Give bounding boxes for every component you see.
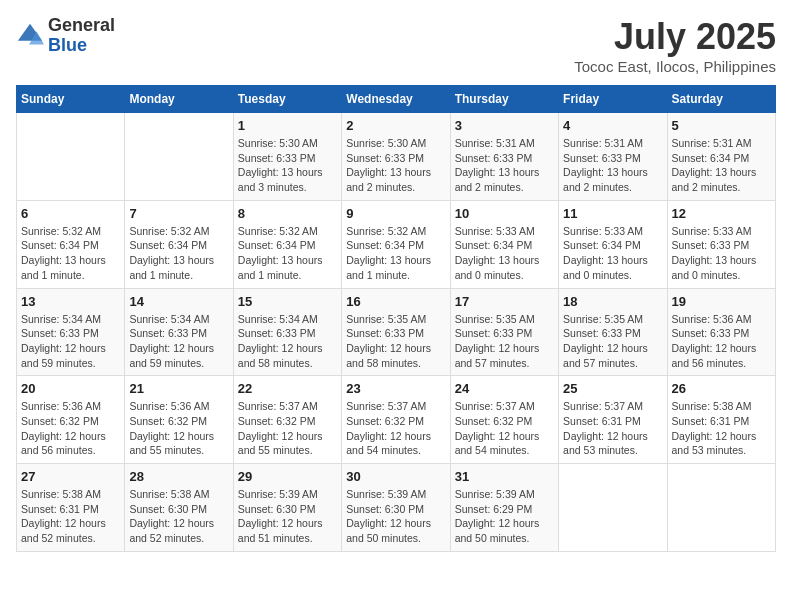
day-info: Sunrise: 5:39 AMSunset: 6:30 PMDaylight:… xyxy=(238,487,337,546)
logo: General Blue xyxy=(16,16,115,56)
day-info: Sunrise: 5:30 AMSunset: 6:33 PMDaylight:… xyxy=(346,136,445,195)
day-number: 4 xyxy=(563,118,662,133)
title-block: July 2025 Tococ East, Ilocos, Philippine… xyxy=(574,16,776,75)
header-cell-wednesday: Wednesday xyxy=(342,86,450,113)
day-info: Sunrise: 5:34 AMSunset: 6:33 PMDaylight:… xyxy=(21,312,120,371)
calendar-cell xyxy=(667,464,775,552)
day-number: 11 xyxy=(563,206,662,221)
day-number: 21 xyxy=(129,381,228,396)
subtitle: Tococ East, Ilocos, Philippines xyxy=(574,58,776,75)
calendar-header: SundayMondayTuesdayWednesdayThursdayFrid… xyxy=(17,86,776,113)
logo-general: General xyxy=(48,16,115,36)
day-info: Sunrise: 5:37 AMSunset: 6:31 PMDaylight:… xyxy=(563,399,662,458)
calendar-cell: 19Sunrise: 5:36 AMSunset: 6:33 PMDayligh… xyxy=(667,288,775,376)
day-number: 30 xyxy=(346,469,445,484)
day-number: 27 xyxy=(21,469,120,484)
calendar-cell: 12Sunrise: 5:33 AMSunset: 6:33 PMDayligh… xyxy=(667,200,775,288)
calendar-cell: 13Sunrise: 5:34 AMSunset: 6:33 PMDayligh… xyxy=(17,288,125,376)
calendar-cell: 30Sunrise: 5:39 AMSunset: 6:30 PMDayligh… xyxy=(342,464,450,552)
week-row-2: 6Sunrise: 5:32 AMSunset: 6:34 PMDaylight… xyxy=(17,200,776,288)
week-row-3: 13Sunrise: 5:34 AMSunset: 6:33 PMDayligh… xyxy=(17,288,776,376)
calendar-cell: 6Sunrise: 5:32 AMSunset: 6:34 PMDaylight… xyxy=(17,200,125,288)
day-info: Sunrise: 5:35 AMSunset: 6:33 PMDaylight:… xyxy=(346,312,445,371)
calendar-cell: 23Sunrise: 5:37 AMSunset: 6:32 PMDayligh… xyxy=(342,376,450,464)
day-info: Sunrise: 5:33 AMSunset: 6:33 PMDaylight:… xyxy=(672,224,771,283)
header-row: SundayMondayTuesdayWednesdayThursdayFrid… xyxy=(17,86,776,113)
day-info: Sunrise: 5:38 AMSunset: 6:31 PMDaylight:… xyxy=(21,487,120,546)
calendar-cell: 29Sunrise: 5:39 AMSunset: 6:30 PMDayligh… xyxy=(233,464,341,552)
calendar-cell xyxy=(125,113,233,201)
day-number: 18 xyxy=(563,294,662,309)
day-info: Sunrise: 5:36 AMSunset: 6:33 PMDaylight:… xyxy=(672,312,771,371)
day-number: 17 xyxy=(455,294,554,309)
day-number: 20 xyxy=(21,381,120,396)
calendar-cell: 28Sunrise: 5:38 AMSunset: 6:30 PMDayligh… xyxy=(125,464,233,552)
calendar-cell: 5Sunrise: 5:31 AMSunset: 6:34 PMDaylight… xyxy=(667,113,775,201)
day-info: Sunrise: 5:36 AMSunset: 6:32 PMDaylight:… xyxy=(129,399,228,458)
day-info: Sunrise: 5:38 AMSunset: 6:30 PMDaylight:… xyxy=(129,487,228,546)
calendar-cell: 16Sunrise: 5:35 AMSunset: 6:33 PMDayligh… xyxy=(342,288,450,376)
day-number: 9 xyxy=(346,206,445,221)
day-info: Sunrise: 5:35 AMSunset: 6:33 PMDaylight:… xyxy=(455,312,554,371)
logo-blue: Blue xyxy=(48,36,115,56)
day-number: 26 xyxy=(672,381,771,396)
day-number: 19 xyxy=(672,294,771,309)
day-number: 8 xyxy=(238,206,337,221)
week-row-4: 20Sunrise: 5:36 AMSunset: 6:32 PMDayligh… xyxy=(17,376,776,464)
week-row-5: 27Sunrise: 5:38 AMSunset: 6:31 PMDayligh… xyxy=(17,464,776,552)
calendar-cell: 22Sunrise: 5:37 AMSunset: 6:32 PMDayligh… xyxy=(233,376,341,464)
calendar-cell xyxy=(17,113,125,201)
main-title: July 2025 xyxy=(574,16,776,58)
header-cell-tuesday: Tuesday xyxy=(233,86,341,113)
day-info: Sunrise: 5:34 AMSunset: 6:33 PMDaylight:… xyxy=(238,312,337,371)
day-number: 25 xyxy=(563,381,662,396)
day-info: Sunrise: 5:32 AMSunset: 6:34 PMDaylight:… xyxy=(238,224,337,283)
day-info: Sunrise: 5:37 AMSunset: 6:32 PMDaylight:… xyxy=(346,399,445,458)
calendar-cell: 3Sunrise: 5:31 AMSunset: 6:33 PMDaylight… xyxy=(450,113,558,201)
day-number: 29 xyxy=(238,469,337,484)
calendar-cell: 7Sunrise: 5:32 AMSunset: 6:34 PMDaylight… xyxy=(125,200,233,288)
day-info: Sunrise: 5:32 AMSunset: 6:34 PMDaylight:… xyxy=(129,224,228,283)
calendar-cell: 31Sunrise: 5:39 AMSunset: 6:29 PMDayligh… xyxy=(450,464,558,552)
calendar-cell xyxy=(559,464,667,552)
calendar-cell: 24Sunrise: 5:37 AMSunset: 6:32 PMDayligh… xyxy=(450,376,558,464)
day-number: 14 xyxy=(129,294,228,309)
day-info: Sunrise: 5:36 AMSunset: 6:32 PMDaylight:… xyxy=(21,399,120,458)
header-cell-sunday: Sunday xyxy=(17,86,125,113)
day-number: 5 xyxy=(672,118,771,133)
day-info: Sunrise: 5:39 AMSunset: 6:30 PMDaylight:… xyxy=(346,487,445,546)
logo-text: General Blue xyxy=(48,16,115,56)
calendar-cell: 8Sunrise: 5:32 AMSunset: 6:34 PMDaylight… xyxy=(233,200,341,288)
calendar-cell: 17Sunrise: 5:35 AMSunset: 6:33 PMDayligh… xyxy=(450,288,558,376)
day-info: Sunrise: 5:39 AMSunset: 6:29 PMDaylight:… xyxy=(455,487,554,546)
calendar-cell: 14Sunrise: 5:34 AMSunset: 6:33 PMDayligh… xyxy=(125,288,233,376)
day-info: Sunrise: 5:37 AMSunset: 6:32 PMDaylight:… xyxy=(238,399,337,458)
day-number: 15 xyxy=(238,294,337,309)
header-cell-friday: Friday xyxy=(559,86,667,113)
day-number: 3 xyxy=(455,118,554,133)
calendar-cell: 1Sunrise: 5:30 AMSunset: 6:33 PMDaylight… xyxy=(233,113,341,201)
day-number: 13 xyxy=(21,294,120,309)
day-number: 23 xyxy=(346,381,445,396)
day-info: Sunrise: 5:35 AMSunset: 6:33 PMDaylight:… xyxy=(563,312,662,371)
calendar-cell: 15Sunrise: 5:34 AMSunset: 6:33 PMDayligh… xyxy=(233,288,341,376)
day-info: Sunrise: 5:31 AMSunset: 6:33 PMDaylight:… xyxy=(563,136,662,195)
header-cell-thursday: Thursday xyxy=(450,86,558,113)
day-info: Sunrise: 5:34 AMSunset: 6:33 PMDaylight:… xyxy=(129,312,228,371)
calendar-cell: 18Sunrise: 5:35 AMSunset: 6:33 PMDayligh… xyxy=(559,288,667,376)
day-info: Sunrise: 5:31 AMSunset: 6:33 PMDaylight:… xyxy=(455,136,554,195)
calendar-cell: 9Sunrise: 5:32 AMSunset: 6:34 PMDaylight… xyxy=(342,200,450,288)
calendar-cell: 21Sunrise: 5:36 AMSunset: 6:32 PMDayligh… xyxy=(125,376,233,464)
day-number: 16 xyxy=(346,294,445,309)
calendar-cell: 26Sunrise: 5:38 AMSunset: 6:31 PMDayligh… xyxy=(667,376,775,464)
page-header: General Blue July 2025 Tococ East, Iloco… xyxy=(16,16,776,75)
day-info: Sunrise: 5:33 AMSunset: 6:34 PMDaylight:… xyxy=(563,224,662,283)
day-number: 1 xyxy=(238,118,337,133)
header-cell-saturday: Saturday xyxy=(667,86,775,113)
day-info: Sunrise: 5:31 AMSunset: 6:34 PMDaylight:… xyxy=(672,136,771,195)
calendar-cell: 27Sunrise: 5:38 AMSunset: 6:31 PMDayligh… xyxy=(17,464,125,552)
logo-icon xyxy=(16,22,44,50)
day-info: Sunrise: 5:37 AMSunset: 6:32 PMDaylight:… xyxy=(455,399,554,458)
calendar-cell: 10Sunrise: 5:33 AMSunset: 6:34 PMDayligh… xyxy=(450,200,558,288)
day-number: 2 xyxy=(346,118,445,133)
